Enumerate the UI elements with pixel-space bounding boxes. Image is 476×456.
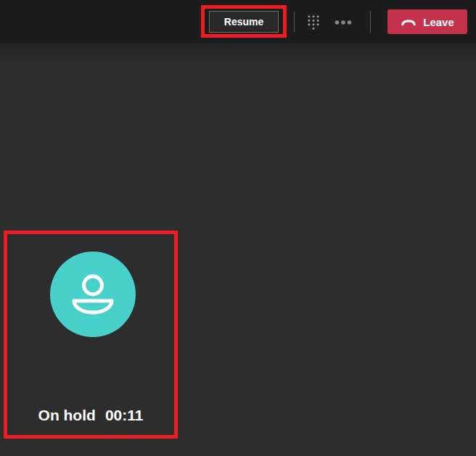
hold-timer: 00:11	[105, 406, 144, 425]
hold-status: On hold 00:11	[4, 406, 178, 425]
dialpad-icon	[308, 15, 319, 30]
more-options-button[interactable]	[332, 15, 355, 30]
toolbar-divider	[294, 12, 295, 32]
hold-status-label: On hold	[38, 406, 96, 425]
participant-avatar	[50, 252, 136, 337]
dialpad-button[interactable]	[305, 12, 322, 33]
resume-button[interactable]: Resume	[209, 11, 279, 33]
toolbar-divider	[370, 11, 371, 33]
call-window: Resume	[0, 0, 476, 456]
person-icon	[50, 252, 136, 337]
leave-button-label: Leave	[423, 16, 454, 28]
hangup-phone-icon	[401, 17, 416, 26]
more-options-icon	[335, 17, 352, 28]
leave-button[interactable]: Leave	[387, 9, 467, 34]
call-stage: On hold 00:11	[0, 43, 476, 456]
call-control-bar: Resume	[0, 0, 476, 43]
